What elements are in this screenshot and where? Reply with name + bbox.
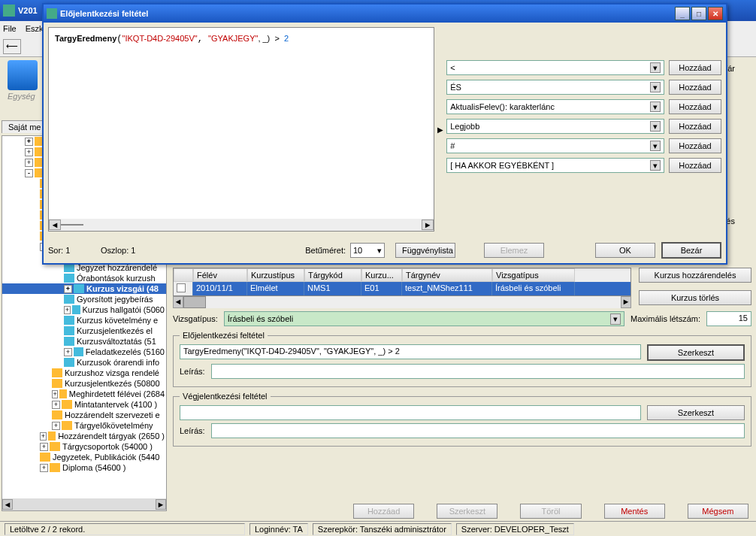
tree-item[interactable]: Kurzusváltoztatás (51 [2, 336, 166, 347]
kurzus-torles-button[interactable]: Kurzus törlés [639, 290, 751, 305]
scroll-left-icon[interactable]: ◄ [49, 220, 61, 230]
scroll-right-icon[interactable]: ► [422, 220, 434, 230]
modal-titlebar[interactable]: Előjelentkezési feltétel _ □ ✕ [44, 5, 726, 23]
tree-item[interactable]: Jegyzetek, Publikációk (5440 [2, 452, 166, 462]
tree-item[interactable]: Órabontások kurzush [2, 273, 166, 283]
tree-item[interactable]: +Hozzárendelt tárgyak (2650 ) [2, 431, 166, 441]
expander-icon[interactable]: + [52, 390, 58, 398]
tree-item[interactable]: Gyorsított jegybeírás [2, 294, 166, 304]
builder-row: #▾Hozzáad [446, 138, 721, 153]
kurzus-hozzarendeles-button[interactable]: Kurzus hozzárendelés [639, 268, 751, 283]
expander-icon[interactable]: + [64, 348, 72, 356]
tree-scrollbar[interactable]: ◄ ► [2, 498, 166, 510]
elojel-leiras-input[interactable] [211, 364, 745, 379]
builder-combo[interactable]: AktualisFelev(): karakterlánc▾ [446, 99, 664, 114]
column-header[interactable]: Félév [193, 268, 247, 282]
expander-icon[interactable]: + [64, 285, 72, 293]
ok-button[interactable]: OK [595, 243, 655, 258]
vizsgatipus-select[interactable]: Írásbeli és szóbeli ▾ [224, 311, 624, 326]
tree-item[interactable]: +Kurzus hallgatói (5060 [2, 304, 166, 315]
content-area: FélévKurzustípusTárgykódKurzu...Tárgynév… [173, 268, 751, 523]
tree-item[interactable]: Kurzusok órarendi info [2, 357, 166, 368]
bezar-button[interactable]: Bezár [661, 242, 721, 259]
szerkeszt-button[interactable]: Szerkeszt [437, 504, 497, 519]
elojel-expression[interactable]: TargyEredmeny("IKQT-D4D-29405V", "GYAKJE… [180, 344, 641, 359]
vegje-szerkeszt-button[interactable]: Szerkeszt [647, 405, 745, 420]
back-button[interactable]: ⟵ [3, 39, 21, 54]
expander-icon[interactable]: + [64, 306, 71, 314]
folder-icon [64, 274, 74, 283]
megsem-button[interactable]: Mégsem [688, 504, 748, 519]
column-header[interactable]: Tárgykód [304, 268, 361, 282]
expander-icon[interactable]: + [40, 443, 48, 451]
tree-item[interactable]: Hozzárendelt szervezeti e [2, 410, 166, 420]
editor-scrollbar[interactable]: ◄ ► [49, 219, 434, 231]
splitter[interactable]: ▶ [437, 27, 443, 232]
builder-add-button[interactable]: Hozzáad [669, 119, 721, 134]
expander-icon[interactable]: + [40, 432, 47, 441]
builder-add-button[interactable]: Hozzáad [669, 80, 721, 95]
builder-add-button[interactable]: Hozzáad [669, 138, 721, 153]
column-header[interactable] [174, 268, 193, 282]
column-header[interactable]: Tárgynév [402, 268, 492, 282]
tree-item[interactable]: +Tárgyelőkövetelmény [2, 420, 166, 431]
builder-combo[interactable]: Legjobb▾ [446, 119, 664, 134]
cell[interactable] [174, 282, 193, 295]
tree-item[interactable]: Kurzus követelmény e [2, 315, 166, 326]
column-header[interactable]: Kurzustípus [247, 268, 304, 282]
combo-value: [ HA AKKOR EGYÉBKÉNT ] [450, 161, 554, 170]
column-header[interactable]: Vizsgatípus [492, 268, 575, 282]
close-button[interactable]: ✕ [708, 7, 723, 20]
fuggvenylista-button[interactable]: Függvénylista [395, 243, 455, 258]
hozzaad-button[interactable]: Hozzáad [353, 504, 414, 519]
tree-item[interactable]: +Feladatkezelés (5160 [2, 347, 166, 357]
betumeret-select[interactable]: 10 ▾ [350, 243, 385, 258]
maximize-button[interactable]: □ [691, 7, 706, 20]
column-header[interactable]: Kurzu... [361, 268, 402, 282]
builder-combo[interactable]: ÉS▾ [446, 80, 664, 95]
elemez-button[interactable]: Elemez [484, 243, 544, 258]
row-checkbox[interactable] [177, 283, 186, 292]
builder-add-button[interactable]: Hozzáad [669, 60, 721, 75]
tree-item[interactable]: +Tárgycsoportok (54000 ) [2, 441, 166, 452]
tree-item[interactable]: +Mintatantervek (4100 ) [2, 399, 166, 410]
tree-item[interactable]: Kurzushoz vizsga rendelé [2, 368, 166, 378]
menu-file[interactable]: File [3, 24, 17, 33]
expression-editor[interactable]: TargyEredmeny("IKQT-D4D-29405V", "GYAKJE… [48, 27, 434, 232]
editor-text[interactable]: TargyEredmeny("IKQT-D4D-29405V", "GYAKJE… [49, 28, 434, 50]
combo-value: < [450, 63, 455, 72]
tab-sajat[interactable]: Saját me [2, 120, 47, 133]
expander-icon[interactable]: + [40, 464, 48, 472]
builder-combo[interactable]: <▾ [446, 60, 664, 75]
expander-icon[interactable]: - [25, 169, 33, 177]
torol-button[interactable]: Töröl [520, 504, 581, 519]
vegje-expression[interactable] [180, 405, 641, 420]
builder-add-button[interactable]: Hozzáad [669, 99, 721, 114]
vegje-leiras-input[interactable] [211, 423, 745, 438]
chevron-down-icon: ▾ [650, 62, 661, 73]
expander-icon[interactable]: + [25, 148, 33, 156]
expander-icon[interactable]: + [25, 138, 33, 146]
course-grid[interactable]: FélévKurzustípusTárgykódKurzu...Tárgynév… [173, 268, 631, 296]
menu-eszk[interactable]: Eszk [26, 24, 44, 33]
mentes-button[interactable]: Mentés [604, 504, 665, 519]
table-row[interactable]: 2010/11/1ElméletNMS1E01teszt_NMShez111Ír… [174, 282, 631, 295]
builder-add-button[interactable]: Hozzáad [669, 158, 721, 173]
grid-scrollbar[interactable]: ◄ ► [173, 296, 631, 308]
expander-icon[interactable]: + [52, 401, 60, 409]
builder-combo[interactable]: [ HA AKKOR EGYÉBKÉNT ]▾ [446, 158, 664, 173]
tree-item[interactable]: +Kurzus vizsgái (48 [2, 283, 166, 294]
folder-icon [62, 421, 72, 430]
expander-icon[interactable]: + [25, 159, 33, 167]
tree-item[interactable]: Kurzusjelentkezés (50800 [2, 378, 166, 389]
app-logo-icon [8, 60, 38, 90]
tree-item[interactable]: +Diploma (54600 ) [2, 462, 166, 473]
builder-combo[interactable]: #▾ [446, 138, 664, 153]
tree-item[interactable]: +Meghirdetett félévei (2684 [2, 389, 166, 399]
minimize-button[interactable]: _ [675, 7, 690, 20]
builder-row: <▾Hozzáad [446, 60, 721, 75]
tree-item[interactable]: Kurzusjelentkezés el [2, 326, 166, 336]
maxletszam-input[interactable]: 15 [706, 311, 751, 326]
expander-icon[interactable]: + [52, 422, 60, 430]
elojel-szerkeszt-button[interactable]: Szerkeszt [647, 344, 745, 361]
